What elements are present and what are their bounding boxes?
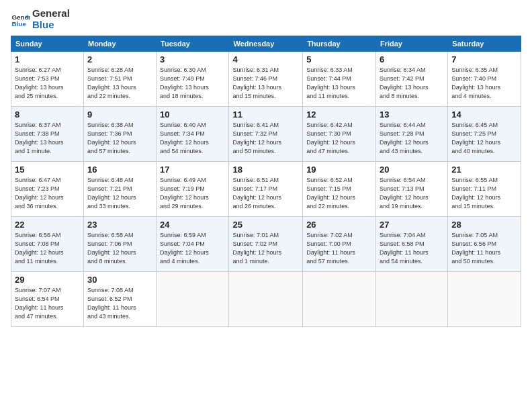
- day-info: Sunrise: 6:55 AM Sunset: 7:11 PM Dayligh…: [451, 176, 517, 211]
- day-info: Sunrise: 7:08 AM Sunset: 6:52 PM Dayligh…: [87, 286, 152, 321]
- day-info: Sunrise: 6:44 AM Sunset: 7:28 PM Dayligh…: [380, 121, 444, 156]
- calendar-cell: [303, 272, 376, 327]
- calendar-table: Sunday Monday Tuesday Wednesday Thursday…: [11, 36, 521, 327]
- calendar-cell: 24Sunrise: 6:59 AM Sunset: 7:04 PM Dayli…: [157, 217, 229, 272]
- day-number: 6: [380, 54, 444, 64]
- header: General Blue General Blue: [11, 8, 521, 30]
- day-info: Sunrise: 6:30 AM Sunset: 7:49 PM Dayligh…: [160, 66, 225, 101]
- day-number: 27: [380, 220, 444, 230]
- col-friday: Friday: [375, 36, 447, 52]
- col-saturday: Saturday: [448, 36, 521, 52]
- calendar-cell: 22Sunrise: 6:56 AM Sunset: 7:08 PM Dayli…: [11, 217, 84, 272]
- calendar-cell: 12Sunrise: 6:42 AM Sunset: 7:30 PM Dayli…: [303, 107, 376, 162]
- day-info: Sunrise: 7:07 AM Sunset: 6:54 PM Dayligh…: [15, 286, 80, 321]
- calendar-cell: 8Sunrise: 6:37 AM Sunset: 7:38 PM Daylig…: [11, 107, 84, 162]
- day-info: Sunrise: 6:47 AM Sunset: 7:23 PM Dayligh…: [15, 176, 80, 211]
- day-info: Sunrise: 6:37 AM Sunset: 7:38 PM Dayligh…: [15, 121, 80, 156]
- day-info: Sunrise: 6:41 AM Sunset: 7:32 PM Dayligh…: [232, 121, 299, 156]
- day-number: 28: [451, 220, 517, 230]
- day-number: 2: [87, 54, 152, 64]
- day-info: Sunrise: 6:27 AM Sunset: 7:53 PM Dayligh…: [15, 66, 80, 101]
- calendar-cell: [375, 272, 447, 327]
- calendar-cell: 13Sunrise: 6:44 AM Sunset: 7:28 PM Dayli…: [375, 107, 447, 162]
- calendar-week-row: 15Sunrise: 6:47 AM Sunset: 7:23 PM Dayli…: [11, 162, 521, 217]
- day-info: Sunrise: 6:33 AM Sunset: 7:44 PM Dayligh…: [306, 66, 372, 101]
- day-info: Sunrise: 6:42 AM Sunset: 7:30 PM Dayligh…: [306, 121, 372, 156]
- calendar-cell: 21Sunrise: 6:55 AM Sunset: 7:11 PM Dayli…: [448, 162, 521, 217]
- calendar-cell: 27Sunrise: 7:04 AM Sunset: 6:58 PM Dayli…: [375, 217, 447, 272]
- day-number: 21: [451, 165, 517, 175]
- day-number: 29: [15, 275, 80, 285]
- day-number: 18: [232, 165, 299, 175]
- day-info: Sunrise: 7:04 AM Sunset: 6:58 PM Dayligh…: [380, 231, 444, 266]
- day-info: Sunrise: 6:52 AM Sunset: 7:15 PM Dayligh…: [306, 176, 372, 211]
- calendar-cell: 5Sunrise: 6:33 AM Sunset: 7:44 PM Daylig…: [303, 52, 376, 107]
- col-thursday: Thursday: [303, 36, 376, 52]
- day-number: 17: [160, 165, 225, 175]
- day-number: 7: [451, 54, 517, 64]
- calendar-cell: 1Sunrise: 6:27 AM Sunset: 7:53 PM Daylig…: [11, 52, 84, 107]
- calendar-cell: 2Sunrise: 6:28 AM Sunset: 7:51 PM Daylig…: [83, 52, 156, 107]
- calendar-cell: 10Sunrise: 6:40 AM Sunset: 7:34 PM Dayli…: [157, 107, 229, 162]
- day-number: 5: [306, 54, 372, 64]
- day-number: 25: [232, 220, 299, 230]
- col-monday: Monday: [83, 36, 156, 52]
- day-info: Sunrise: 6:38 AM Sunset: 7:36 PM Dayligh…: [87, 121, 152, 156]
- day-info: Sunrise: 6:40 AM Sunset: 7:34 PM Dayligh…: [160, 121, 225, 156]
- day-number: 20: [380, 165, 444, 175]
- day-info: Sunrise: 6:58 AM Sunset: 7:06 PM Dayligh…: [87, 231, 152, 266]
- day-number: 16: [87, 165, 152, 175]
- calendar-cell: 15Sunrise: 6:47 AM Sunset: 7:23 PM Dayli…: [11, 162, 84, 217]
- day-number: 4: [232, 54, 299, 64]
- calendar-cell: 29Sunrise: 7:07 AM Sunset: 6:54 PM Dayli…: [11, 272, 84, 327]
- calendar-week-row: 22Sunrise: 6:56 AM Sunset: 7:08 PM Dayli…: [11, 217, 521, 272]
- logo-text-blue: Blue: [32, 19, 70, 31]
- calendar-week-row: 1Sunrise: 6:27 AM Sunset: 7:53 PM Daylig…: [11, 52, 521, 107]
- calendar-cell: 6Sunrise: 6:34 AM Sunset: 7:42 PM Daylig…: [375, 52, 447, 107]
- col-tuesday: Tuesday: [157, 36, 229, 52]
- day-info: Sunrise: 6:35 AM Sunset: 7:40 PM Dayligh…: [451, 66, 517, 101]
- calendar-week-row: 8Sunrise: 6:37 AM Sunset: 7:38 PM Daylig…: [11, 107, 521, 162]
- calendar-cell: 20Sunrise: 6:54 AM Sunset: 7:13 PM Dayli…: [375, 162, 447, 217]
- calendar-cell: 11Sunrise: 6:41 AM Sunset: 7:32 PM Dayli…: [229, 107, 303, 162]
- calendar-cell: 19Sunrise: 6:52 AM Sunset: 7:15 PM Dayli…: [303, 162, 376, 217]
- day-number: 23: [87, 220, 152, 230]
- calendar-cell: 23Sunrise: 6:58 AM Sunset: 7:06 PM Dayli…: [83, 217, 156, 272]
- calendar-cell: [448, 272, 521, 327]
- day-number: 12: [306, 109, 372, 120]
- calendar-cell: 18Sunrise: 6:51 AM Sunset: 7:17 PM Dayli…: [229, 162, 303, 217]
- day-info: Sunrise: 6:51 AM Sunset: 7:17 PM Dayligh…: [232, 176, 299, 211]
- day-info: Sunrise: 6:49 AM Sunset: 7:19 PM Dayligh…: [160, 176, 225, 211]
- day-number: 10: [160, 109, 225, 120]
- day-number: 1: [15, 54, 80, 64]
- calendar-cell: [157, 272, 229, 327]
- day-info: Sunrise: 6:34 AM Sunset: 7:42 PM Dayligh…: [380, 66, 444, 101]
- day-number: 22: [15, 220, 80, 230]
- calendar-cell: 9Sunrise: 6:38 AM Sunset: 7:36 PM Daylig…: [83, 107, 156, 162]
- day-number: 26: [306, 220, 372, 230]
- calendar-cell: 17Sunrise: 6:49 AM Sunset: 7:19 PM Dayli…: [157, 162, 229, 217]
- calendar-cell: 14Sunrise: 6:45 AM Sunset: 7:25 PM Dayli…: [448, 107, 521, 162]
- day-number: 3: [160, 54, 225, 64]
- calendar-cell: 28Sunrise: 7:05 AM Sunset: 6:56 PM Dayli…: [448, 217, 521, 272]
- day-number: 8: [15, 109, 80, 120]
- day-number: 19: [306, 165, 372, 175]
- day-number: 9: [87, 109, 152, 120]
- calendar-cell: 26Sunrise: 7:02 AM Sunset: 7:00 PM Dayli…: [303, 217, 376, 272]
- day-number: 14: [451, 109, 517, 120]
- day-info: Sunrise: 7:02 AM Sunset: 7:00 PM Dayligh…: [306, 231, 372, 266]
- calendar-week-row: 29Sunrise: 7:07 AM Sunset: 6:54 PM Dayli…: [11, 272, 521, 327]
- calendar-cell: 30Sunrise: 7:08 AM Sunset: 6:52 PM Dayli…: [83, 272, 156, 327]
- day-info: Sunrise: 7:05 AM Sunset: 6:56 PM Dayligh…: [451, 231, 517, 266]
- day-number: 11: [232, 109, 299, 120]
- logo-icon: General Blue: [11, 10, 30, 29]
- day-info: Sunrise: 6:48 AM Sunset: 7:21 PM Dayligh…: [87, 176, 152, 211]
- col-wednesday: Wednesday: [229, 36, 303, 52]
- col-sunday: Sunday: [11, 36, 84, 52]
- day-info: Sunrise: 6:59 AM Sunset: 7:04 PM Dayligh…: [160, 231, 225, 266]
- calendar-page: General Blue General Blue Sunday Monday …: [0, 0, 532, 411]
- day-info: Sunrise: 6:56 AM Sunset: 7:08 PM Dayligh…: [15, 231, 80, 266]
- calendar-cell: 4Sunrise: 6:31 AM Sunset: 7:46 PM Daylig…: [229, 52, 303, 107]
- logo-text-general: General: [32, 8, 70, 19]
- calendar-cell: 16Sunrise: 6:48 AM Sunset: 7:21 PM Dayli…: [83, 162, 156, 217]
